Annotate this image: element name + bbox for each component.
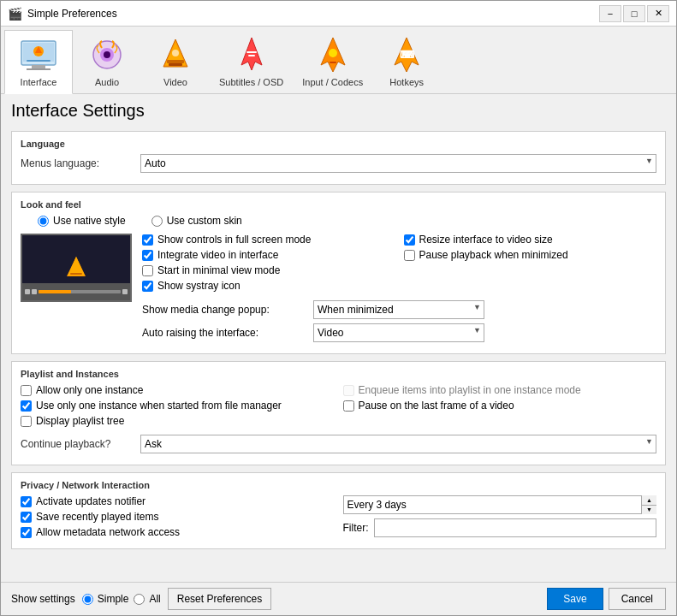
checkbox-columns: Show controls in full screen mode Integr… [142, 234, 656, 295]
bottom-spacer [11, 556, 666, 563]
one-instance-file-checkbox[interactable] [21, 400, 32, 412]
cancel-button[interactable]: Cancel [609, 588, 666, 610]
subtitles-icon [231, 34, 272, 75]
bottom-right: Save Cancel [547, 588, 666, 610]
resize-interface-checkbox[interactable] [404, 234, 415, 246]
continue-select-wrapper[interactable]: Ask Always Never [140, 435, 656, 453]
media-popup-label: Show media change popup: [142, 304, 313, 316]
tab-interface[interactable]: Interface [4, 30, 73, 94]
systray-label[interactable]: Show systray icon [157, 280, 241, 292]
maximize-button[interactable]: □ [623, 5, 645, 22]
svg-point-9 [104, 51, 110, 58]
all-radio-text: All [149, 593, 160, 605]
svg-rect-13 [169, 63, 182, 66]
simple-radio[interactable] [82, 594, 93, 605]
save-button[interactable]: Save [547, 588, 603, 610]
fullscreen-controls-label[interactable]: Show controls in full screen mode [157, 234, 311, 246]
custom-skin-text: Use custom skin [167, 215, 242, 227]
svg-rect-3 [27, 68, 50, 70]
preview-controls [22, 283, 130, 300]
continue-label: Continue playback? [21, 438, 140, 450]
privacy-section-title: Privacy / Network Interaction [21, 480, 656, 490]
tab-input[interactable]: Input / Codecs [293, 30, 372, 93]
tab-video[interactable]: Video [141, 30, 210, 93]
updates-interval-row: ▲ ▼ [343, 495, 657, 514]
one-instance-label[interactable]: Allow only one instance [36, 384, 143, 396]
playlist-right-col: Enqueue items into playlist in one insta… [343, 384, 657, 430]
spinner-down-button[interactable]: ▼ [642, 506, 656, 515]
playlist-tree-label[interactable]: Display playlist tree [36, 415, 124, 427]
pause-minimized-row: Pause playback when minimized [404, 249, 657, 261]
close-button[interactable]: ✕ [647, 5, 669, 22]
auto-raising-select[interactable]: Video Always Never [313, 323, 484, 342]
pause-last-label[interactable]: Pause on the last frame of a video [359, 400, 514, 412]
playlist-left-col: Allow only one instance Use only one ins… [21, 384, 335, 430]
native-style-radio-label[interactable]: Use native style [38, 215, 126, 227]
updates-row: Activate updates notifier [21, 495, 335, 507]
playlist-tree-checkbox[interactable] [21, 416, 32, 427]
tab-hotkeys[interactable]: ⌨ Hotkeys [372, 30, 441, 93]
custom-skin-radio-label[interactable]: Use custom skin [151, 215, 242, 227]
all-radio[interactable] [134, 594, 145, 605]
updates-interval-input[interactable] [343, 495, 657, 514]
look-feel-title: Look and feel [21, 199, 656, 210]
pause-minimized-label[interactable]: Pause playback when minimized [419, 249, 568, 261]
simple-radio-label[interactable]: Simple [82, 593, 129, 605]
native-style-radio[interactable] [38, 216, 49, 227]
fullscreen-controls-row: Show controls in full screen mode [142, 234, 395, 246]
integrate-video-label[interactable]: Integrate video in interface [157, 249, 278, 261]
minimize-button[interactable]: − [599, 5, 621, 22]
integrate-video-checkbox[interactable] [142, 250, 153, 261]
svg-point-14 [172, 50, 179, 56]
tab-subtitles[interactable]: Subtitles / OSD [210, 30, 293, 93]
pause-last-row: Pause on the last frame of a video [343, 400, 657, 412]
title-bar-left: 🎬 Simple Preferences [8, 7, 117, 21]
reset-button[interactable]: Reset Preferences [168, 588, 271, 610]
menus-language-select-wrapper[interactable]: Auto [140, 154, 656, 173]
systray-checkbox[interactable] [142, 281, 153, 292]
spinner-up-button[interactable]: ▲ [642, 495, 656, 506]
custom-skin-radio[interactable] [151, 216, 163, 227]
simple-radio-text: Simple [98, 593, 129, 605]
menus-language-select[interactable]: Auto [140, 154, 656, 173]
minimal-view-label[interactable]: Start in minimal view mode [157, 264, 280, 276]
media-popup-select-wrapper[interactable]: When minimized Always Never [313, 300, 484, 319]
tab-input-label: Input / Codecs [302, 77, 363, 87]
language-section-title: Language [21, 139, 656, 149]
svg-rect-20 [330, 62, 336, 63]
one-instance-checkbox[interactable] [21, 385, 32, 396]
all-radio-label[interactable]: All [134, 593, 160, 605]
pause-minimized-checkbox[interactable] [404, 250, 415, 261]
media-popup-select[interactable]: When minimized Always Never [313, 300, 484, 319]
recently-checkbox[interactable] [21, 512, 32, 523]
continue-select[interactable]: Ask Always Never [140, 435, 656, 453]
updates-label[interactable]: Activate updates notifier [36, 495, 145, 507]
filter-label: Filter: [343, 522, 369, 534]
menus-language-label: Menus language: [21, 157, 140, 169]
recently-label[interactable]: Save recently played items [36, 511, 158, 523]
ctrl-dot-1 [25, 289, 30, 294]
tab-hotkeys-label: Hotkeys [389, 77, 424, 87]
playlist-columns: Allow only one instance Use only one ins… [21, 384, 656, 430]
playlist-tree-row: Display playlist tree [21, 415, 335, 427]
resize-interface-label[interactable]: Resize interface to video size [419, 234, 553, 246]
metadata-label[interactable]: Allow metadata network access [36, 526, 180, 538]
fullscreen-controls-checkbox[interactable] [142, 234, 153, 246]
auto-raising-select-wrapper[interactable]: Video Always Never [313, 323, 484, 342]
one-instance-file-label[interactable]: Use only one instance when started from … [36, 400, 282, 412]
minimal-view-checkbox[interactable] [142, 265, 153, 276]
privacy-section: Privacy / Network Interaction Activate u… [11, 472, 666, 549]
pause-last-checkbox[interactable] [343, 400, 354, 412]
svg-rect-17 [248, 55, 255, 56]
playlist-section: Playlist and Instances Allow only one in… [11, 361, 666, 465]
enqueue-checkbox[interactable] [343, 385, 354, 396]
updates-checkbox[interactable] [21, 496, 32, 507]
recently-row: Save recently played items [21, 511, 335, 523]
filter-input[interactable] [374, 518, 657, 537]
enqueue-row: Enqueue items into playlist in one insta… [343, 384, 657, 396]
metadata-checkbox[interactable] [21, 527, 32, 538]
content-area[interactable]: Language Menus language: Auto Look and f… [1, 127, 676, 582]
svg-rect-16 [246, 51, 257, 53]
tab-audio[interactable]: Audio [73, 30, 141, 93]
show-settings-radio-group: Simple All [82, 593, 161, 605]
